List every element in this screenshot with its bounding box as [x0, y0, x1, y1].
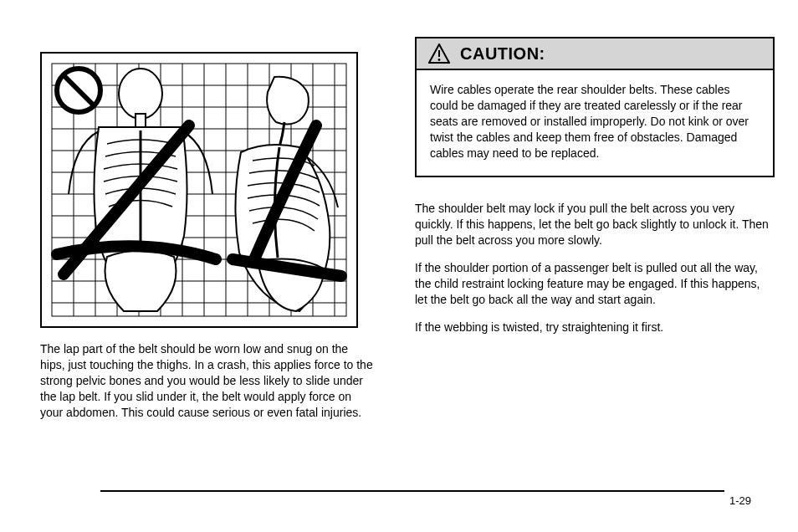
prohibition-icon	[57, 69, 100, 112]
seatbelt-figure	[40, 52, 358, 328]
left-column: The lap part of the belt should be worn …	[40, 27, 375, 420]
warning-icon	[428, 43, 450, 64]
left-paragraph: The lap part of the belt should be worn …	[40, 341, 375, 420]
caution-box: CAUTION: Wire cables operate the rear sh…	[415, 37, 775, 177]
right-paragraphs: The shoulder belt may lock if you pull t…	[415, 201, 775, 335]
caution-title: CAUTION:	[460, 44, 545, 64]
two-column-layout: The lap part of the belt should be worn …	[40, 27, 758, 420]
right-para-3: If the webbing is twisted, try straighte…	[415, 320, 775, 335]
caution-header: CAUTION:	[417, 38, 773, 70]
right-para-2: If the shoulder portion of a passenger b…	[415, 260, 775, 308]
manual-page: The lap part of the belt should be worn …	[0, 0, 798, 532]
caution-body: Wire cables operate the rear shoulder be…	[417, 70, 773, 176]
footer-rule	[100, 490, 724, 492]
seatbelt-illustration	[49, 60, 350, 320]
right-column: CAUTION: Wire cables operate the rear sh…	[415, 27, 775, 420]
right-para-1: The shoulder belt may lock if you pull t…	[415, 201, 775, 248]
svg-point-27	[119, 69, 162, 119]
svg-point-33	[438, 59, 441, 61]
page-number: 1-29	[729, 494, 751, 507]
